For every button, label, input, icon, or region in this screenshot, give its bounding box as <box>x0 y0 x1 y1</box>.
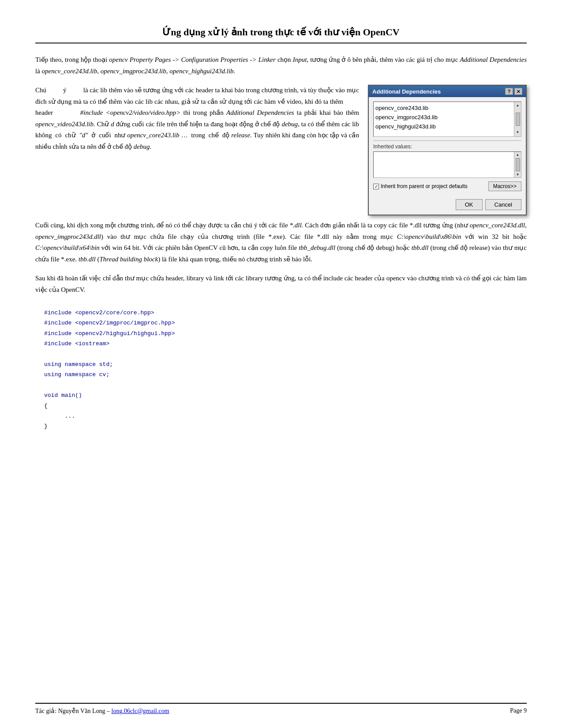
debug-text2: debug <box>134 143 150 150</box>
para1-files: opencv_core243d.lib, opencv_imgproc243d.… <box>42 68 236 75</box>
lib-item-1: opencv_core243d.lib <box>375 104 519 113</box>
dialog-listbox-wrapper: opencv_core243d.lib opencv_imgproc243d.l… <box>373 102 521 137</box>
code-include-2: #include <opencv2/imgproc/imgproc.hpp> <box>44 320 175 326</box>
para1-additional: Additional Dependencies <box>460 56 527 63</box>
listbox-scrollbar[interactable]: ▲ ▼ <box>514 102 521 136</box>
author-email[interactable]: long.06clc@gmail.com <box>112 708 169 714</box>
tbb-debug: tbb_debug.dll <box>299 244 335 251</box>
dialog-body: opencv_core243d.lib opencv_imgproc243d.l… <box>369 97 526 199</box>
code-include-3: #include <opencv2/highgui/highgui.hpp> <box>44 330 175 337</box>
x86-path: C:\opencv\build\x86\bin <box>397 233 461 240</box>
macros-button[interactable]: Macros>> <box>488 181 521 191</box>
left-column-text: Chú ý là các lib thêm vào sẽ tương ứng v… <box>35 85 359 215</box>
code-line-6: using namespace cv; <box>44 370 518 380</box>
code-brace-close: } <box>44 423 48 430</box>
cancel-button[interactable]: Cancel <box>485 199 521 210</box>
lib-item-3: opencv_highgui243d.lib <box>375 122 519 132</box>
code-brace-open: { <box>44 403 48 409</box>
x64-path: C:\opencv\build\x64\bin <box>35 244 100 251</box>
dialog-close-button[interactable]: ✕ <box>514 88 522 95</box>
dialog-inherited-wrapper: ▲ ▼ <box>373 151 521 178</box>
code-include-4: #include <iostream> <box>44 340 109 347</box>
debug-text1: debug <box>281 121 298 128</box>
author-text: Tác giả: Nguyễn Văn Long – <box>35 708 112 714</box>
dialog-titlebar: Additional Dependencies ? ✕ <box>369 86 526 97</box>
code-line-5: using namespace std; <box>44 359 518 370</box>
core243-lib: opencv_core243.lib <box>127 132 179 139</box>
ok-button[interactable]: OK <box>456 199 483 210</box>
video-lib: opencv_video243d.lib. <box>35 121 95 128</box>
include-text: #include <opencv2/video/video.hpp> <box>80 109 181 116</box>
code-line-7: void main() <box>44 390 518 400</box>
inherited-values-label: Inherited values: <box>373 143 521 150</box>
release-text: release <box>231 132 250 139</box>
code-line-10: } <box>44 421 518 431</box>
code-include-1: #include <opencv2/core/core.hpp> <box>44 309 154 316</box>
inherited-scroll-thumb <box>516 158 520 171</box>
scroll-up-arrow: ▲ <box>516 103 520 109</box>
lib-item-2: opencv_imgproc243d.lib <box>375 113 519 122</box>
para1-italic1: opencv Property Pages -> Configuration P… <box>109 56 276 63</box>
dialog-container: Additional Dependencies ? ✕ opencv_core2… <box>368 85 527 215</box>
code-using-2: using namespace cv; <box>44 371 109 378</box>
scroll-thumb <box>516 113 520 126</box>
code-line-blank1 <box>44 349 518 359</box>
para1-text1: Tiếp theo, trong hộp thoại <box>35 56 109 63</box>
tbb-dll: tbb.dll <box>412 244 429 251</box>
dialog-titlebar-buttons: ? ✕ <box>505 88 522 95</box>
code-void-main: void main() <box>44 392 82 399</box>
page-title: Ứng dụng xử lý ảnh trong thực tế với thư… <box>35 26 527 44</box>
paragraph-2: Cuối cùng, khi dịch xong một chương trìn… <box>35 220 527 265</box>
tbb-full-name: Thread building block <box>99 256 158 263</box>
code-line-1: #include <opencv2/core/core.hpp> <box>44 308 518 318</box>
code-line-blank2 <box>44 380 518 390</box>
dialog-title: Additional Dependencies <box>372 88 441 95</box>
two-col-section: Chú ý là các lib thêm vào sẽ tương ứng v… <box>35 85 527 215</box>
dll-ext: *.dll. <box>290 222 303 229</box>
code-line-8: { <box>44 401 518 411</box>
dialog-footer: OK Cancel <box>369 199 526 215</box>
code-line-2: #include <opencv2/imgproc/imgproc.hpp> <box>44 318 518 328</box>
additional-dep-text: Additional Dependencies <box>226 109 294 116</box>
dialog-libs-listbox[interactable]: opencv_core243d.lib opencv_imgproc243d.l… <box>373 102 521 137</box>
inherited-scroll-down: ▼ <box>516 173 520 177</box>
footer-author: Tác giả: Nguyễn Văn Long – long.06clc@gm… <box>35 707 169 715</box>
para1-input: Input, <box>293 56 308 63</box>
code-line-3: #include <opencv2/highgui/highgui.hpp> <box>44 328 518 339</box>
code-line-9: ... <box>44 411 518 421</box>
para1-text3: tương ứng ở ô bên phải, thêm vào các giá… <box>308 56 460 63</box>
inherited-scroll-up: ▲ <box>516 153 520 157</box>
tbb-dll2: tbb.dll <box>79 256 96 263</box>
checkbox-label: ✓ Inherit from parent or project default… <box>373 183 468 189</box>
para1-text2: chọn <box>276 56 293 63</box>
dialog-inherited-listbox[interactable]: ▲ ▼ <box>373 151 521 178</box>
code-block: #include <opencv2/core/core.hpp> #includ… <box>35 303 527 436</box>
dialog-help-button[interactable]: ? <box>505 88 513 95</box>
dialog-separator-1 <box>373 140 521 141</box>
inherited-scrollbar[interactable]: ▲ ▼ <box>514 152 521 177</box>
code-using-1: using namespace std; <box>44 361 113 368</box>
paragraph-3: Sau khi đã hoàn tất việc chỉ dẫn thư mục… <box>35 273 527 295</box>
checkbox-text: Inherit from parent or project defaults <box>381 183 468 189</box>
d-char: d <box>111 121 114 128</box>
page-number: Page 9 <box>510 707 527 715</box>
quoted-d: "d" <box>79 132 88 139</box>
code-line-4: #include <iostream> <box>44 339 518 349</box>
inherit-checkbox[interactable]: ✓ <box>373 184 379 189</box>
para1-text4: là <box>35 68 42 75</box>
title-text: Ứng dụng xử lý ảnh trong thực tế với thư… <box>162 26 400 38</box>
scroll-down-arrow: ▼ <box>516 130 520 136</box>
additional-dependencies-dialog[interactable]: Additional Dependencies ? ✕ opencv_core2… <box>368 85 527 215</box>
footer: Tác giả: Nguyễn Văn Long – long.06clc@gm… <box>35 703 527 715</box>
dialog-checkbox-row: ✓ Inherit from parent or project default… <box>373 181 521 191</box>
page: Ứng dụng xử lý ảnh trong thực tế với thư… <box>0 0 562 728</box>
code-ellipsis: ... <box>44 413 75 419</box>
paragraph-1: Tiếp theo, trong hộp thoại opencv Proper… <box>35 54 527 77</box>
